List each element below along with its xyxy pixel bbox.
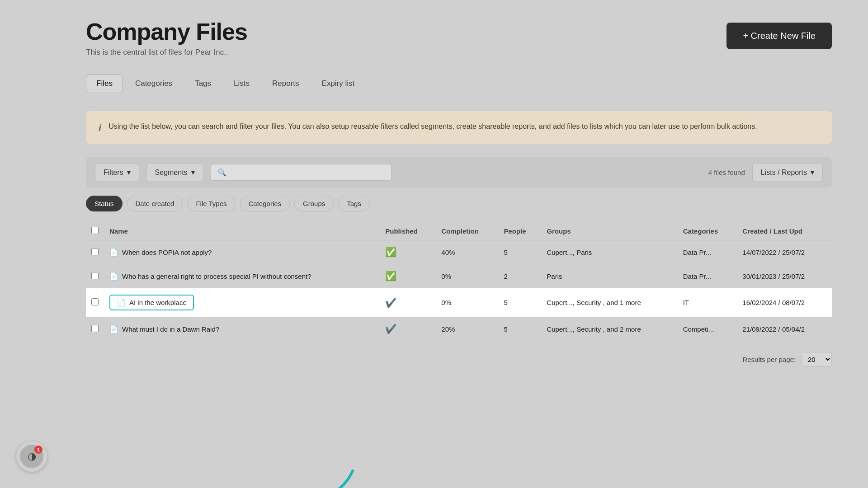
create-new-file-button[interactable]: + Create New File — [726, 23, 832, 49]
filters-chevron-icon: ▾ — [127, 168, 131, 177]
tab-lists[interactable]: Lists — [223, 74, 260, 93]
files-found-count: 4 files found — [708, 169, 745, 176]
completion-4: 20% — [436, 317, 498, 341]
tab-categories[interactable]: Categories — [125, 74, 183, 93]
pill-tags[interactable]: Tags — [338, 196, 370, 211]
categories-1: Data Pr... — [678, 240, 737, 264]
results-per-page-label: Results per page: — [742, 356, 796, 363]
groups-4: Cupert..., Security , and 2 more — [541, 317, 677, 341]
tab-tags[interactable]: Tags — [184, 74, 222, 93]
file-name-1[interactable]: When does POPIA not apply? — [122, 249, 212, 256]
people-4: 5 — [498, 317, 541, 341]
col-published: Published — [380, 222, 436, 240]
groups-2: Paris — [541, 264, 677, 288]
completion-2: 0% — [436, 264, 498, 288]
created-4: 21/09/2022 / 05/04/2 — [737, 317, 832, 341]
toolbar: Filters ▾ Segments ▾ 🔍 4 files found Lis… — [86, 157, 832, 188]
created-3: 16/02/2024 / 08/07/2 — [737, 288, 832, 317]
people-1: 5 — [498, 240, 541, 264]
created-1: 14/07/2022 / 25/07/2 — [737, 240, 832, 264]
file-doc-icon: 📄 — [109, 325, 118, 333]
created-2: 30/01/2023 / 25/07/2 — [737, 264, 832, 288]
file-doc-icon: 📄 — [109, 248, 118, 257]
lists-reports-button[interactable]: Lists / Reports ▾ — [752, 164, 823, 181]
people-3: 5 — [498, 288, 541, 317]
info-banner: i Using the list below, you can search a… — [86, 111, 832, 144]
col-people: People — [498, 222, 541, 240]
file-doc-icon: 📄 — [117, 298, 126, 307]
page-subtitle: This is the central list of files for Pe… — [86, 48, 247, 57]
table-row: 📄 What must I do in a Dawn Raid? ✔️ 20% … — [86, 317, 832, 341]
published-icon-1: ✅ — [385, 247, 396, 257]
notif-inner: ◑ 1 — [20, 445, 43, 468]
search-input[interactable] — [230, 169, 385, 177]
notif-count: 1 — [34, 446, 42, 454]
filter-pills: Status Date created File Types Categorie… — [86, 196, 832, 211]
segments-label: Segments — [155, 169, 188, 177]
file-doc-icon: 📄 — [109, 272, 118, 281]
col-created: Created / Last Upd — [737, 222, 832, 240]
results-per-page-select[interactable]: 10 20 50 100 — [801, 352, 832, 367]
info-icon: i — [99, 122, 101, 134]
completion-3: 0% — [436, 288, 498, 317]
results-row: Results per page: 10 20 50 100 — [86, 352, 832, 367]
segments-chevron-icon: ▾ — [191, 168, 195, 177]
lists-reports-label: Lists / Reports — [761, 169, 807, 177]
file-name-3: AI in the workplace — [129, 299, 187, 306]
filters-label: Filters — [104, 169, 123, 177]
highlighted-file-box[interactable]: 📄 AI in the workplace — [109, 295, 194, 310]
pill-categories[interactable]: Categories — [240, 196, 290, 211]
categories-4: Competi... — [678, 317, 737, 341]
info-banner-text: Using the list below, you can search and… — [108, 121, 757, 132]
row-checkbox-4[interactable] — [91, 325, 99, 332]
people-2: 2 — [498, 264, 541, 288]
search-box: 🔍 — [211, 164, 392, 181]
pill-status[interactable]: Status — [86, 196, 123, 211]
categories-3: IT — [678, 288, 737, 317]
tabs-nav: Files Categories Tags Lists Reports Expi… — [86, 74, 832, 93]
table-row: 📄 AI in the workplace ✔️ 0% 5 Cupert...,… — [86, 288, 832, 317]
col-categories: Categories — [678, 222, 737, 240]
select-all-checkbox[interactable] — [91, 227, 99, 234]
published-icon-3: ✔️ — [385, 298, 396, 308]
row-checkbox-1[interactable] — [91, 248, 99, 255]
pill-date-created[interactable]: Date created — [127, 196, 183, 211]
row-checkbox-2[interactable] — [91, 272, 99, 279]
groups-1: Cupert..., Paris — [541, 240, 677, 264]
published-icon-2: ✅ — [385, 271, 396, 281]
lists-reports-chevron-icon: ▾ — [811, 168, 814, 177]
filters-button[interactable]: Filters ▾ — [95, 164, 139, 181]
categories-2: Data Pr... — [678, 264, 737, 288]
segments-button[interactable]: Segments ▾ — [146, 164, 203, 181]
row-checkbox-3[interactable] — [91, 298, 99, 305]
tab-expiry-list[interactable]: Expiry list — [311, 74, 365, 93]
col-completion: Completion — [436, 222, 498, 240]
notif-icon: ◑ — [28, 450, 36, 462]
search-icon: 🔍 — [217, 168, 226, 177]
page-title: Company Files — [86, 18, 247, 45]
published-icon-4: ✔️ — [385, 324, 396, 334]
completion-1: 40% — [436, 240, 498, 264]
tab-reports[interactable]: Reports — [262, 74, 310, 93]
table-row: 📄 When does POPIA not apply? ✅ 40% 5 Cup… — [86, 240, 832, 264]
files-table: Name Published Completion People Groups … — [86, 222, 832, 341]
file-name-2[interactable]: Who has a general right to process speci… — [122, 272, 311, 280]
pill-file-types[interactable]: File Types — [187, 196, 235, 211]
col-groups: Groups — [541, 222, 677, 240]
table-row: 📄 Who has a general right to process spe… — [86, 264, 832, 288]
col-name: Name — [104, 222, 380, 240]
pill-groups[interactable]: Groups — [294, 196, 334, 211]
groups-3: Cupert..., Security , and 1 more — [541, 288, 677, 317]
tab-files[interactable]: Files — [86, 74, 123, 93]
file-name-4[interactable]: What must I do in a Dawn Raid? — [122, 325, 219, 333]
notification-badge[interactable]: ◑ 1 — [16, 441, 47, 472]
